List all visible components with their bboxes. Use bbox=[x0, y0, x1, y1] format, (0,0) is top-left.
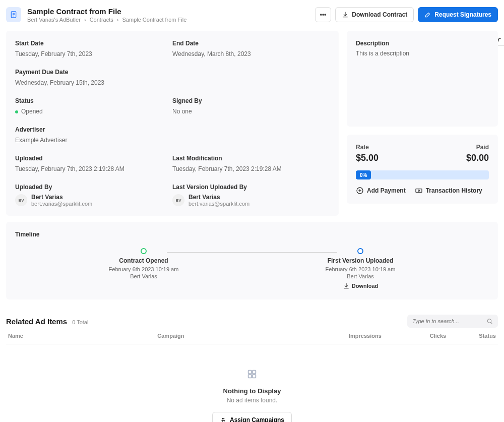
dots-horizontal-icon: ••• bbox=[320, 11, 327, 18]
table-header: Name Campaign Impressions Clicks Status bbox=[6, 328, 498, 344]
svg-rect-14 bbox=[253, 375, 256, 378]
edit-icon bbox=[424, 11, 431, 18]
plus-circle-icon bbox=[356, 187, 364, 195]
download-contract-label: Download Contract bbox=[352, 11, 407, 18]
search-icon bbox=[486, 318, 493, 325]
svg-rect-11 bbox=[248, 371, 251, 374]
field-last-version-by: Last Version Uploaded By BV Bert Varias … bbox=[172, 184, 330, 207]
timeline-dot-icon bbox=[141, 248, 147, 254]
download-icon bbox=[342, 11, 349, 18]
empty-state: Nothing to Display No ad items found. As… bbox=[6, 344, 498, 422]
col-impressions[interactable]: Impressions bbox=[307, 333, 382, 339]
field-signed-by: Signed By No one bbox=[172, 97, 330, 115]
page-title: Sample Contract from File bbox=[27, 7, 186, 16]
document-icon bbox=[6, 7, 21, 22]
header-left: Sample Contract from File Bert Varias's … bbox=[6, 7, 186, 23]
field-advertiser: Advertiser Example Advertiser bbox=[15, 126, 330, 144]
breadcrumb[interactable]: Bert Varias's AdButler › Contracts › Sam… bbox=[27, 17, 186, 23]
assign-campaigns-button[interactable]: Assign Campaigns bbox=[212, 412, 292, 422]
svg-line-10 bbox=[491, 322, 492, 324]
page-header: Sample Contract from File Bert Varias's … bbox=[0, 0, 504, 25]
timeline-event: Contract Opened February 6th 2023 10:19 … bbox=[93, 248, 194, 290]
link-icon bbox=[220, 416, 227, 422]
col-name[interactable]: Name bbox=[8, 333, 157, 339]
col-clicks[interactable]: Clicks bbox=[382, 333, 446, 339]
breadcrumb-item[interactable]: Bert Varias's AdButler bbox=[27, 17, 81, 23]
field-uploaded: Uploaded Tuesday, February 7th, 2023 2:1… bbox=[15, 155, 172, 172]
related-section: Related Ad Items 0 Total Name Campaign I… bbox=[0, 308, 504, 422]
search-box[interactable] bbox=[407, 315, 498, 328]
svg-rect-7 bbox=[416, 189, 422, 193]
svg-point-8 bbox=[418, 190, 419, 192]
field-start-date: Start Date Tuesday, February 7th, 2023 bbox=[15, 40, 172, 57]
download-icon bbox=[343, 282, 350, 289]
related-title: Related Ad Items bbox=[6, 317, 67, 326]
transaction-history-button[interactable]: Transaction History bbox=[415, 187, 482, 195]
breadcrumb-item[interactable]: Contracts bbox=[90, 17, 113, 23]
request-signatures-button[interactable]: Request Signatures bbox=[418, 7, 498, 22]
add-payment-button[interactable]: Add Payment bbox=[356, 187, 406, 195]
cash-icon bbox=[415, 187, 423, 195]
details-card: Start Date Tuesday, February 7th, 2023 E… bbox=[6, 31, 339, 216]
related-count: 0 Total bbox=[72, 319, 88, 325]
more-button[interactable]: ••• bbox=[315, 7, 332, 22]
timeline-event: First Version Uploaded February 6th 2023… bbox=[310, 248, 411, 290]
description-card: Description This is a description bbox=[347, 31, 498, 127]
svg-rect-12 bbox=[253, 371, 256, 374]
field-payment-due: Payment Due Date Wednesday, February 15t… bbox=[15, 69, 330, 86]
field-uploaded-by: Uploaded By BV Bert Varias bert.varias@s… bbox=[15, 184, 172, 207]
grid-icon bbox=[6, 369, 498, 381]
field-last-mod: Last Modification Tuesday, February 7th,… bbox=[172, 155, 330, 172]
status-dot-icon bbox=[15, 110, 18, 113]
field-status: Status Opened bbox=[15, 97, 172, 115]
avatar: BV bbox=[172, 194, 184, 206]
timeline-download-button[interactable]: Download bbox=[343, 282, 379, 289]
timeline-card: Timeline Contract Opened February 6th 20… bbox=[6, 222, 498, 299]
title-block: Sample Contract from File Bert Varias's … bbox=[27, 7, 186, 23]
avatar: BV bbox=[15, 194, 27, 206]
field-end-date: End Date Wednesday, March 8th, 2023 bbox=[172, 40, 330, 57]
svg-rect-13 bbox=[248, 375, 251, 378]
chevron-right-icon: › bbox=[117, 17, 119, 23]
header-actions: ••• Download Contract Request Signatures bbox=[315, 7, 498, 22]
main-content: Start Date Tuesday, February 7th, 2023 E… bbox=[0, 25, 504, 222]
chevron-right-icon: › bbox=[84, 17, 86, 23]
svg-point-9 bbox=[487, 319, 491, 323]
search-input[interactable] bbox=[412, 318, 486, 324]
timeline-dot-icon bbox=[357, 248, 363, 254]
download-contract-button[interactable]: Download Contract bbox=[335, 7, 414, 22]
col-status[interactable]: Status bbox=[446, 333, 496, 339]
breadcrumb-item[interactable]: Sample Contract from File bbox=[122, 17, 187, 23]
request-signatures-label: Request Signatures bbox=[434, 11, 491, 18]
payment-progress: 0% bbox=[356, 170, 489, 179]
col-campaign[interactable]: Campaign bbox=[157, 333, 306, 339]
payment-card: Rate $5.00 Paid $0.00 0% Add Payment T bbox=[347, 135, 498, 204]
